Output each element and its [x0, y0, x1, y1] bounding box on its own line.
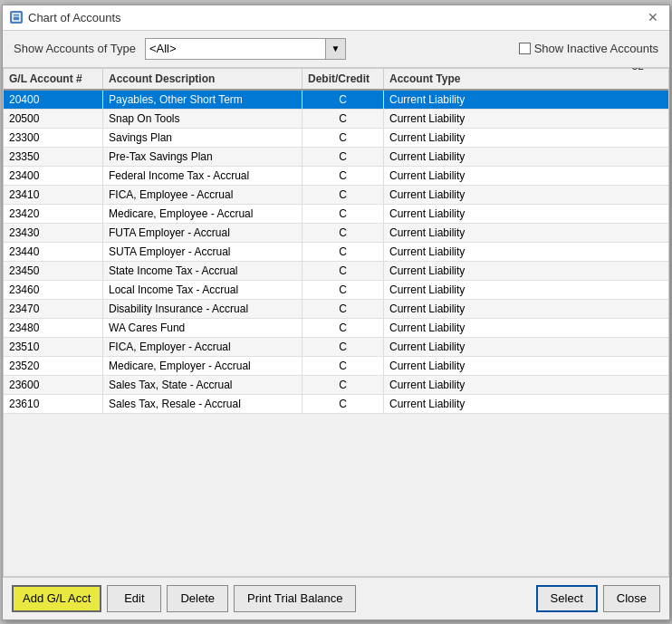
edit-button[interactable]: Edit	[107, 585, 161, 612]
col-header-gl-account: G/L Account #	[4, 69, 103, 89]
table-row[interactable]: 23520Medicare, Employer - AccrualCCurren…	[4, 357, 668, 376]
table-row[interactable]: 20400Payables, Other Short TermCCurrent …	[4, 91, 668, 110]
table-row[interactable]: 23300Savings PlanCCurrent Liability	[4, 129, 668, 148]
cell-description: Payables, Other Short Term	[103, 91, 302, 109]
table-row[interactable]: 23430FUTA Employer - AccrualCCurrent Lia…	[4, 224, 668, 243]
inactive-checkbox-area: Show Inactive Accounts	[519, 42, 658, 55]
cell-account-type: Current Liability	[384, 376, 668, 394]
cell-account-type: Current Liability	[384, 186, 668, 204]
cell-debit-credit: C	[302, 148, 384, 166]
col-header-description: Account Description	[103, 69, 302, 89]
cell-debit-credit: C	[302, 205, 384, 223]
col-header-debit-credit: Debit/Credit	[302, 69, 384, 89]
print-trial-balance-button[interactable]: Print Trial Balance	[234, 585, 357, 612]
cell-account-type: Current Liability	[384, 243, 668, 261]
cell-description: Local Income Tax - Accrual	[103, 281, 302, 299]
cell-debit-credit: C	[302, 224, 384, 242]
cell-debit-credit: C	[302, 129, 384, 147]
cell-gl-account: 23450	[4, 262, 103, 280]
cell-debit-credit: C	[302, 243, 384, 261]
svg-rect-0	[13, 14, 20, 21]
table-row[interactable]: 23480WA Cares FundCCurrent Liability	[4, 319, 668, 338]
table-container: G/L Account # Account Description Debit/…	[3, 68, 669, 577]
cell-account-type: Current Liability	[384, 129, 668, 147]
cell-debit-credit: C	[302, 357, 384, 375]
table-row[interactable]: 23470Disability Insurance - AccrualCCurr…	[4, 300, 668, 319]
cell-gl-account: 23470	[4, 300, 103, 318]
cell-gl-account: 23410	[4, 186, 103, 204]
cell-debit-credit: C	[302, 300, 384, 318]
select-button[interactable]: Select	[536, 585, 598, 612]
table-row[interactable]: 23460Local Income Tax - AccrualCCurrent …	[4, 281, 668, 300]
cell-description: Sales Tax, State - Accrual	[103, 376, 302, 394]
cell-gl-account: 23610	[4, 395, 103, 413]
table-body[interactable]: 20400Payables, Other Short TermCCurrent …	[4, 91, 668, 576]
cell-gl-account: 23600	[4, 376, 103, 394]
table-header: G/L Account # Account Description Debit/…	[4, 69, 668, 91]
cell-description: FUTA Employer - Accrual	[103, 224, 302, 242]
cell-gl-account: 23480	[4, 319, 103, 337]
cell-description: Snap On Tools	[103, 110, 302, 128]
show-inactive-checkbox[interactable]	[519, 43, 531, 54]
cell-debit-credit: C	[302, 186, 384, 204]
cell-debit-credit: C	[302, 167, 384, 185]
cell-debit-credit: C	[302, 395, 384, 413]
type-select-arrow[interactable]: ▼	[326, 38, 346, 60]
table-row[interactable]: 23420Medicare, Employee - AccrualCCurren…	[4, 205, 668, 224]
cell-description: Medicare, Employee - Accrual	[103, 205, 302, 223]
add-gl-acct-button[interactable]: Add G/L Acct	[12, 585, 101, 612]
show-inactive-label: Show Inactive Accounts	[534, 42, 658, 55]
cell-debit-credit: C	[302, 262, 384, 280]
footer: Add G/L Acct Edit Delete Print Trial Bal…	[3, 577, 669, 619]
table-row[interactable]: 23440SUTA Employer - AccrualCCurrent Lia…	[4, 243, 668, 262]
cell-description: Federal Income Tax - Accrual	[103, 167, 302, 185]
cell-description: Savings Plan	[103, 129, 302, 147]
cell-gl-account: 20500	[4, 110, 103, 128]
close-button[interactable]: ✕	[644, 11, 662, 24]
table-row[interactable]: 23400Federal Income Tax - AccrualCCurren…	[4, 167, 668, 186]
cell-description: FICA, Employer - Accrual	[103, 338, 302, 356]
cell-account-type: Current Liability	[384, 395, 668, 413]
cell-gl-account: 23510	[4, 338, 103, 356]
main-content: G/L Account # Account Description Debit/…	[3, 68, 669, 577]
table-row[interactable]: 23610Sales Tax, Resale - AccrualCCurrent…	[4, 395, 668, 414]
title-bar-left: Chart of Accounts	[10, 11, 121, 24]
table-row[interactable]: 23350Pre-Tax Savings PlanCCurrent Liabil…	[4, 148, 668, 167]
table-row[interactable]: 20500Snap On ToolsCCurrent Liability	[4, 110, 668, 129]
close-dialog-button[interactable]: Close	[603, 585, 660, 612]
table-row[interactable]: 23600Sales Tax, State - AccrualCCurrent …	[4, 376, 668, 395]
delete-button[interactable]: Delete	[167, 585, 228, 612]
toolbar: Show Accounts of Type <All> Asset Liabil…	[3, 31, 669, 68]
cell-account-type: Current Liability	[384, 319, 668, 337]
window-icon	[10, 11, 23, 24]
table-row[interactable]: 23510FICA, Employer - AccrualCCurrent Li…	[4, 338, 668, 357]
show-accounts-label: Show Accounts of Type	[14, 42, 136, 55]
cell-debit-credit: C	[302, 376, 384, 394]
cell-description: FICA, Employee - Accrual	[103, 186, 302, 204]
cell-gl-account: 23420	[4, 205, 103, 223]
cell-debit-credit: C	[302, 91, 384, 109]
cell-debit-credit: C	[302, 319, 384, 337]
cell-debit-credit: C	[302, 338, 384, 356]
cell-debit-credit: C	[302, 110, 384, 128]
cell-account-type: Current Liability	[384, 281, 668, 299]
cell-description: Sales Tax, Resale - Accrual	[103, 395, 302, 413]
table-row[interactable]: 23450State Income Tax - AccrualCCurrent …	[4, 262, 668, 281]
table-row[interactable]: 23410FICA, Employee - AccrualCCurrent Li…	[4, 186, 668, 205]
cell-account-type: Current Liability	[384, 300, 668, 318]
cell-account-type: Current Liability	[384, 262, 668, 280]
cell-description: Pre-Tax Savings Plan	[103, 148, 302, 166]
cell-account-type: Current Liability	[384, 91, 668, 109]
cell-account-type: Current Liability	[384, 338, 668, 356]
cell-account-type: Current Liability	[384, 205, 668, 223]
cell-description: Disability Insurance - Accrual	[103, 300, 302, 318]
cell-gl-account: 23400	[4, 167, 103, 185]
col-header-account-type: Account Type	[384, 69, 668, 89]
cell-account-type: Current Liability	[384, 110, 668, 128]
cell-gl-account: 23520	[4, 357, 103, 375]
cell-description: WA Cares Fund	[103, 319, 302, 337]
cell-account-type: Current Liability	[384, 148, 668, 166]
type-select[interactable]: <All> Asset Liability Equity Income Expe…	[145, 38, 326, 60]
cell-description: State Income Tax - Accrual	[103, 262, 302, 280]
cell-description: Medicare, Employer - Accrual	[103, 357, 302, 375]
